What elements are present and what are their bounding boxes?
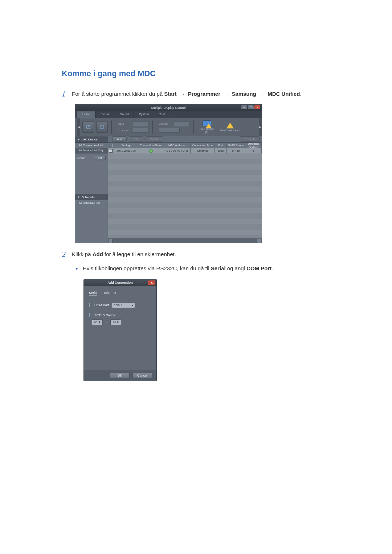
channel-stepper[interactable] xyxy=(132,128,149,133)
connection-actions: Add Edit Delete Refresh xyxy=(108,136,262,142)
text: for å legge til en skjermenhet. xyxy=(103,251,176,257)
text: For å starte programmet klikker du på xyxy=(72,91,164,97)
input-select[interactable] xyxy=(132,121,149,126)
status-dot-icon xyxy=(149,149,153,153)
tab-ethernet[interactable]: Ethernet xyxy=(104,291,116,296)
bullet-item: • Hvis tilkoblingen opprettes via RS232C… xyxy=(75,264,334,273)
power-off-button[interactable] xyxy=(96,121,108,133)
step-2-text: Klikk på Add for å legge til en skjermen… xyxy=(72,250,176,259)
separator xyxy=(111,120,112,134)
com-port-select[interactable]: COM1 ▾ xyxy=(112,302,135,308)
group-edit-button[interactable]: Edit xyxy=(95,156,106,160)
menu-picture[interactable]: Picture xyxy=(95,111,115,118)
stepper-arrows-icon: ▲▼ xyxy=(117,320,119,324)
fault-device-block[interactable]: Fault Device (0) xyxy=(197,120,216,134)
edit-button[interactable]: Edit xyxy=(129,136,143,141)
kw-start: Start xyxy=(164,91,176,97)
nav-left-icon[interactable]: ◀ xyxy=(77,118,80,136)
ok-button[interactable]: OK xyxy=(110,372,130,379)
maximize-button[interactable]: □ xyxy=(248,105,254,109)
power-icon xyxy=(99,124,105,130)
col-detected: Detected Devices xyxy=(245,143,262,148)
chevron-down-icon: ▾ xyxy=(78,138,79,141)
table-row[interactable]: 107.108.89.126 40-61-86-4E-FC-65 Etherne… xyxy=(108,148,262,153)
all-connection-list[interactable]: All Connection List xyxy=(75,143,108,148)
cell-conn-type: Ethernet xyxy=(191,148,215,153)
col-mac: MAC Address xyxy=(163,143,191,148)
range-separator: ~ xyxy=(106,320,107,324)
fault-count: (0) xyxy=(205,131,208,134)
mdc-window: Multiple Display Control – □ x ? Home Pi… xyxy=(75,104,262,243)
text: Klikk på xyxy=(72,251,93,257)
menu-system[interactable]: System xyxy=(134,111,154,118)
scroll-left-icon[interactable] xyxy=(108,239,113,243)
channel-label: Channel xyxy=(118,129,131,132)
col-connection-status: Connection Status xyxy=(139,143,163,148)
add-button[interactable]: Add xyxy=(112,136,127,141)
bullet-icon: • xyxy=(75,264,83,272)
table-empty-area xyxy=(108,153,262,238)
close-button[interactable]: x xyxy=(254,105,260,109)
menu-tool[interactable]: Tool xyxy=(154,111,170,118)
delete-button[interactable]: Delete xyxy=(146,136,163,141)
accent-bar xyxy=(89,303,90,307)
cell-detected: 1 xyxy=(245,148,262,153)
step-2: 2 Klikk på Add for å legge til en skjerm… xyxy=(62,250,334,259)
setid-range-row: 00 ▲▼ ~ 10 ▲▼ xyxy=(89,319,151,325)
menu-home[interactable]: Home xyxy=(77,111,95,118)
cell-mac: 40-61-86-4E-FC-65 xyxy=(163,148,191,153)
arrow-icon: → xyxy=(222,91,230,97)
setid-to-stepper[interactable]: 10 ▲▼ xyxy=(110,319,121,325)
com-port-value: COM1 xyxy=(114,304,122,307)
menu-sound[interactable]: Sound xyxy=(115,111,134,118)
minimize-button[interactable]: – xyxy=(241,105,247,109)
table-area xyxy=(108,153,262,243)
nav-right-icon[interactable]: ▶ xyxy=(259,118,262,136)
com-port-label: COM Port xyxy=(94,303,109,307)
setid-label-row: SET ID Range xyxy=(89,313,151,317)
text: . xyxy=(271,265,273,271)
accent-bar xyxy=(89,313,90,317)
fault-alert-block[interactable]: Fault Device Alert xyxy=(218,123,242,132)
dialog-footer: OK Cancel xyxy=(84,370,156,381)
text: Hvis tilkoblingen opprettes via RS232C, … xyxy=(83,265,211,271)
lfd-device-label: LFD Device xyxy=(82,138,98,141)
setid-from-stepper[interactable]: 00 ▲▼ xyxy=(92,319,103,325)
all-device-list[interactable]: All Device List (01) xyxy=(75,148,108,153)
col-setid-range: SetID Range xyxy=(227,143,245,148)
volume-field[interactable] xyxy=(173,121,190,126)
stepper-arrows-icon: ▲▼ xyxy=(98,320,100,324)
mute-button[interactable] xyxy=(159,128,180,133)
schedule-header[interactable]: ▾ Schedule xyxy=(75,194,108,200)
separator xyxy=(152,120,153,134)
kw-mdc-unified: MDC Unified xyxy=(268,91,300,97)
setid-range-label: SET ID Range xyxy=(94,313,115,317)
col-checkbox[interactable] xyxy=(108,143,114,148)
sidebar: Group Edit ▾ Schedule All Schedule List xyxy=(75,153,108,243)
volume-label: Volume xyxy=(159,122,172,126)
power-on-button[interactable] xyxy=(82,121,94,133)
step-1-text: For å starte programmet klikker du på St… xyxy=(72,89,302,98)
all-schedule-list[interactable]: All Schedule List xyxy=(75,200,108,205)
cell-status xyxy=(139,148,163,153)
kw-add: Add xyxy=(93,251,103,257)
window-title: Multiple Display Control xyxy=(151,106,186,110)
scroll-right-icon[interactable] xyxy=(257,239,261,243)
tab-serial[interactable]: Serial xyxy=(89,291,97,296)
refresh-button[interactable]: Refresh xyxy=(240,136,260,141)
cancel-button[interactable]: Cancel xyxy=(132,372,152,379)
cell-port: 1515 xyxy=(215,148,227,153)
row-checkbox[interactable] xyxy=(109,149,113,153)
setid-from-value: 00 xyxy=(94,321,98,324)
cell-setid: 0 ~ 10 xyxy=(227,148,245,153)
fault-device-icon xyxy=(203,120,211,127)
horizontal-scrollbar[interactable] xyxy=(108,238,262,243)
separator xyxy=(193,120,194,134)
dialog-close-button[interactable]: x xyxy=(148,280,155,285)
main-menu: Home Picture Sound System Tool xyxy=(75,111,262,118)
cell-settings: 107.108.89.126 xyxy=(114,148,139,153)
main-body: Group Edit ▾ Schedule All Schedule List xyxy=(75,153,262,243)
kw-programmer: Programmer xyxy=(188,91,220,97)
lfd-device-header[interactable]: ▾ LFD Device xyxy=(75,136,108,143)
fault-device-label: Fault Device xyxy=(200,128,214,130)
